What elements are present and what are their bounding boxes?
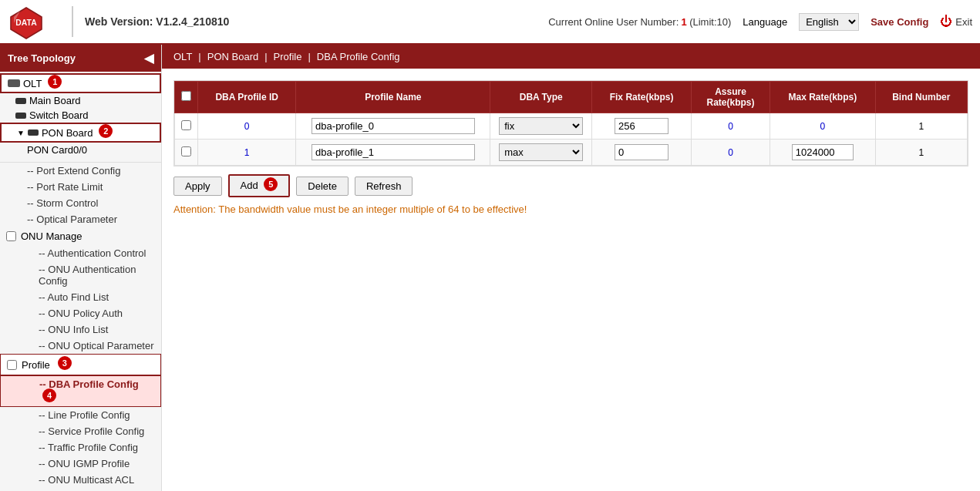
col-dba-profile-id: DBA Profile ID [198,82,296,113]
nav-onu-optical[interactable]: -- ONU Optical Parameter [0,338,161,354]
row-0-name [296,113,490,140]
nav-onu-manage[interactable]: ONU Manage [0,227,161,245]
row-1-fix-rate [592,140,692,166]
mainboard-icon [15,98,26,104]
add-button[interactable]: Add 5 [228,174,291,197]
dba-table-container: DBA Profile ID Profile Name DBA Type Fix… [173,80,968,166]
row-0-bind: 1 [875,113,967,140]
switchboard-icon [15,113,26,119]
apply-button[interactable]: Apply [173,177,222,196]
main-layout: Tree Topology ◀ OLT 1 Main Board Switch … [0,45,980,491]
col-fix-rate: Fix Rate(kbps) [592,82,692,113]
row-1-checkbox[interactable] [181,146,191,156]
tree-node-poncard[interactable]: PON Card0/0 [0,143,161,157]
breadcrumb-olt[interactable]: OLT [173,51,192,62]
row-0-type-select[interactable]: fix max assured best-effort [499,117,583,135]
col-profile-name: Profile Name [296,82,490,113]
col-assure-rate: AssureRate(kbps) [691,82,770,113]
nav-onu-igmp[interactable]: -- ONU IGMP Profile [0,456,161,472]
row-0-id[interactable]: 0 [198,113,296,140]
tree-node-switchboard[interactable]: Switch Board [0,108,161,123]
nav-section: -- Port Extend Config -- Port Rate Limit… [0,162,161,491]
col-max-rate: Max Rate(kbps) [770,82,876,113]
row-1-type: fix max assured best-effort [490,140,592,166]
col-dba-type: DBA Type [490,82,592,113]
nav-service-profile[interactable]: -- Service Profile Config [0,423,161,439]
language-label: Language [743,16,787,28]
svg-text:DATA: DATA [15,18,37,27]
nav-auth-control[interactable]: -- Authentication Control [0,245,161,261]
nav-auto-find[interactable]: -- Auto Find List [0,289,161,305]
nav-port-extend[interactable]: -- Port Extend Config [0,163,161,179]
breadcrumb-ponboard[interactable]: PON Board [207,51,258,62]
nav-pots-profile[interactable]: -- POTS Profile Config [0,488,161,491]
row-1-type-select[interactable]: fix max assured best-effort [499,143,583,161]
badge-5: 5 [264,177,278,191]
nav-line-profile[interactable]: -- Line Profile Config [0,407,161,423]
nav-traffic-profile[interactable]: -- Traffic Profile Config [0,439,161,456]
sidebar: Tree Topology ◀ OLT 1 Main Board Switch … [0,45,162,491]
row-0-name-input[interactable] [312,118,474,134]
power-icon: ⏻ [940,15,952,29]
delete-button[interactable]: Delete [296,177,349,196]
tree-node-olt[interactable]: OLT 1 [0,73,161,93]
content-body: DBA Profile ID Profile Name DBA Type Fix… [162,69,980,491]
row-0-checkbox[interactable] [181,120,191,130]
ponboard-icon [28,129,39,136]
nav-storm-control[interactable]: -- Storm Control [0,195,161,211]
select-all-checkbox[interactable] [181,91,191,101]
breadcrumb-profile[interactable]: Profile [274,51,302,62]
row-1-id[interactable]: 1 [198,140,296,166]
olt-icon [8,79,20,87]
badge-4: 4 [42,388,56,402]
row-0-fix-rate-input[interactable] [615,118,668,134]
onu-manage-checkbox[interactable] [6,231,16,241]
refresh-button[interactable]: Refresh [355,177,413,196]
profile-checkbox[interactable] [7,360,17,370]
sidebar-collapse-icon[interactable]: ◀ [144,51,153,66]
nav-profile[interactable]: Profile 3 [0,354,161,375]
nav-onu-policy[interactable]: -- ONU Policy Auth [0,305,161,321]
badge-3: 3 [58,356,72,370]
nav-onu-info[interactable]: -- ONU Info List [0,321,161,338]
header: DATA Web Version: V1.2.4_210810 Current … [0,0,980,45]
row-0-fix-rate [592,113,692,140]
exit-button[interactable]: ⏻ Exit [940,15,972,29]
row-1-fix-rate-input[interactable] [615,144,668,160]
sidebar-title: Tree Topology [8,52,76,64]
table-row: 1 fix max assured best-effort [175,140,968,166]
action-row: Apply Add 5 Delete Refresh [173,174,968,197]
tree-node-mainboard[interactable]: Main Board [0,93,161,108]
dba-table: DBA Profile ID Profile Name DBA Type Fix… [174,81,968,166]
header-right: Current Online User Number: 1 (Limit:10)… [548,13,972,31]
col-bind-number: Bind Number [875,82,967,113]
header-divider [72,6,73,37]
row-1-name-input[interactable] [312,144,474,160]
breadcrumb: OLT | PON Board | Profile | DBA Profile … [162,45,980,69]
online-users: Current Online User Number: 1 (Limit:10) [548,16,731,28]
row-1-max-rate [770,140,876,166]
save-config-link[interactable]: Save Config [871,16,928,28]
logo-icon: DATA [8,3,45,40]
row-1-name [296,140,490,166]
language-select[interactable]: English Chinese [799,13,859,31]
sidebar-header: Tree Topology ◀ [0,45,161,72]
nav-dba-profile[interactable]: -- DBA Profile Config 4 [0,375,161,407]
row-0-max-rate: 0 [770,113,876,140]
row-1-bind: 1 [875,140,967,166]
row-0-type: fix max assured best-effort [490,113,592,140]
nav-optical-param[interactable]: -- Optical Parameter [0,211,161,227]
badge-1: 1 [48,75,62,89]
nav-onu-auth-config[interactable]: -- ONU Authentication Config [0,261,161,289]
logo: DATA [8,3,45,40]
row-1-assure-rate: 0 [691,140,770,166]
nav-onu-multicast[interactable]: -- ONU Multicast ACL [0,472,161,488]
content-area: OLT | PON Board | Profile | DBA Profile … [162,45,980,491]
expand-icon: ▼ [17,129,25,137]
row-1-max-rate-input[interactable] [792,144,854,160]
tree-item-olt: OLT 1 Main Board Switch Board ▼ PON Boar… [0,72,161,159]
breadcrumb-current: DBA Profile Config [317,51,400,62]
tree-node-ponboard[interactable]: ▼ PON Board 2 [0,123,161,143]
web-version: Web Version: V1.2.4_210810 [85,15,548,28]
nav-port-rate[interactable]: -- Port Rate Limit [0,179,161,195]
